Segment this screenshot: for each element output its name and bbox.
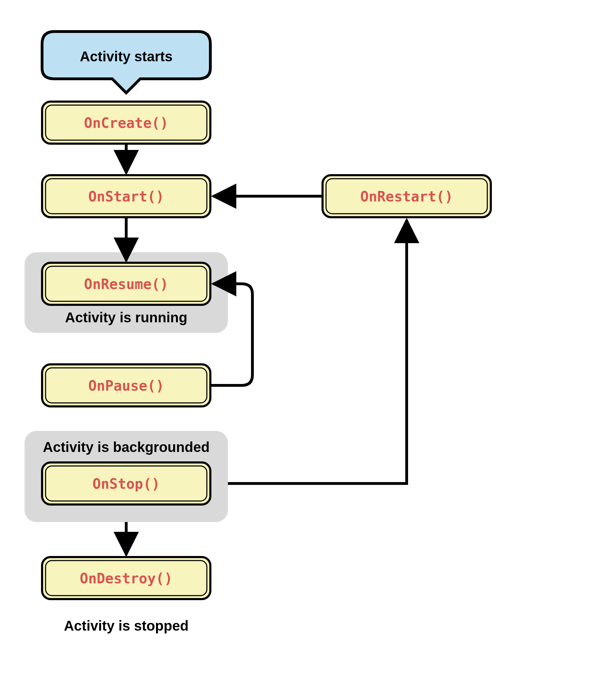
node-activity-starts: Activity starts: [42, 32, 210, 93]
label-backgrounded: Activity is backgrounded: [43, 439, 210, 455]
text-oncreate: OnCreate(): [84, 115, 169, 131]
node-onresume: OnResume(): [42, 263, 210, 305]
label-stopped: Activity is stopped: [64, 618, 189, 633]
activity-lifecycle-diagram: Activity is running Activity is backgrou…: [0, 0, 603, 700]
text-onstop: OnStop(): [93, 476, 160, 492]
text-ondestroy: OnDestroy(): [80, 570, 173, 586]
text-onpause: OnPause(): [88, 378, 164, 394]
text-onrestart: OnRestart(): [360, 188, 453, 205]
node-oncreate: OnCreate(): [42, 102, 210, 144]
node-onstart: OnStart(): [42, 175, 210, 217]
text-onstart: OnStart(): [88, 188, 164, 205]
node-onpause: OnPause(): [42, 364, 210, 406]
node-ondestroy: OnDestroy(): [42, 557, 210, 599]
label-activity-starts: Activity starts: [80, 49, 173, 64]
label-running: Activity is running: [65, 310, 188, 325]
node-onstop: OnStop(): [42, 462, 210, 505]
text-onresume: OnResume(): [84, 276, 169, 292]
edge-stop-restart: [228, 220, 407, 483]
node-onrestart: OnRestart(): [323, 175, 491, 217]
